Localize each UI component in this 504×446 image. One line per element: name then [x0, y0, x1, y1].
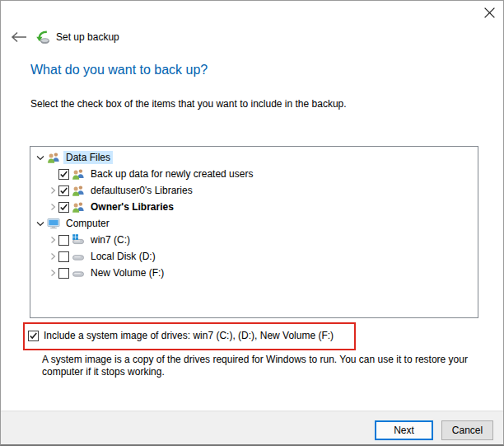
- tree-item-label[interactable]: Back up data for newly created users: [88, 167, 255, 181]
- chevron-right-icon[interactable]: [47, 251, 58, 262]
- backup-app-icon: [35, 31, 49, 45]
- tree-item-data-files[interactable]: Data Files: [30, 149, 478, 166]
- tree-item-computer[interactable]: Computer: [30, 215, 478, 232]
- disk-icon: [72, 266, 85, 279]
- back-button[interactable]: [11, 31, 27, 43]
- page-title: What do you want to back up?: [30, 63, 208, 77]
- close-icon: [483, 7, 496, 21]
- tree-item-owner-s-libraries[interactable]: Owner's Libraries: [30, 199, 478, 215]
- system-image-description: A system image is a copy of the drives r…: [42, 354, 491, 378]
- tree-item-checkbox[interactable]: [58, 268, 69, 279]
- tree-item-checkbox[interactable]: [58, 185, 69, 196]
- tree-item-new-volume-f[interactable]: New Volume (F:): [30, 265, 478, 281]
- chevron-right-icon[interactable]: [47, 185, 58, 196]
- chevron-right-icon[interactable]: [47, 201, 58, 213]
- tree-item-checkbox[interactable]: [58, 202, 69, 213]
- close-button[interactable]: [483, 7, 497, 20]
- tree-item-checkbox[interactable]: [58, 235, 69, 246]
- chevron-right-icon[interactable]: [47, 234, 58, 246]
- include-system-image-checkbox[interactable]: [28, 331, 39, 341]
- cancel-button[interactable]: Cancel: [441, 420, 493, 440]
- chevron-down-icon[interactable]: [35, 152, 46, 163]
- chevron-right-icon[interactable]: [47, 267, 58, 279]
- include-system-image-label[interactable]: Include a system image of drives: win7 (…: [44, 330, 334, 341]
- disk-icon: [72, 250, 85, 263]
- expander-spacer: [47, 168, 58, 180]
- users-icon: [72, 184, 85, 197]
- wizard-title: Set up backup: [56, 31, 119, 43]
- tree-item-label[interactable]: win7 (C:): [88, 233, 133, 246]
- next-button[interactable]: Next: [375, 420, 433, 440]
- computer-icon: [47, 217, 60, 230]
- tree-item-defaultuser0-s-libraries[interactable]: defaultuser0's Libraries: [30, 182, 478, 199]
- tree-item-local-disk-d[interactable]: Local Disk (D:): [30, 248, 478, 265]
- tree-item-label[interactable]: defaultuser0's Libraries: [88, 184, 195, 197]
- page-subtitle: Select the check box of the items that y…: [30, 98, 347, 110]
- tree-item-label[interactable]: New Volume (F:): [88, 266, 166, 279]
- tree-item-label[interactable]: Data Files: [63, 151, 113, 164]
- tree-item-win7-c[interactable]: win7 (C:): [30, 232, 478, 248]
- users-icon: [72, 200, 85, 214]
- tree-item-label[interactable]: Owner's Libraries: [88, 200, 176, 214]
- include-system-image-row[interactable]: Include a system image of drives: win7 (…: [28, 330, 334, 341]
- disk-windows-icon: [72, 233, 85, 246]
- tree-item-label[interactable]: Computer: [63, 217, 112, 230]
- users-icon: [47, 151, 60, 164]
- backup-items-tree[interactable]: Data FilesBack up data for newly created…: [30, 146, 478, 318]
- tree-item-checkbox[interactable]: [58, 169, 69, 180]
- tree-item-checkbox[interactable]: [58, 251, 69, 262]
- setup-backup-wizard-window: Set up backup What do you want to back u…: [0, 0, 504, 446]
- tree-item-label[interactable]: Local Disk (D:): [88, 250, 158, 263]
- chevron-down-icon[interactable]: [35, 218, 46, 229]
- wizard-header: Set up backup: [11, 29, 119, 45]
- tree-item-back-up-data-for-newly-created-users[interactable]: Back up data for newly created users: [30, 166, 478, 182]
- users-icon: [72, 167, 85, 181]
